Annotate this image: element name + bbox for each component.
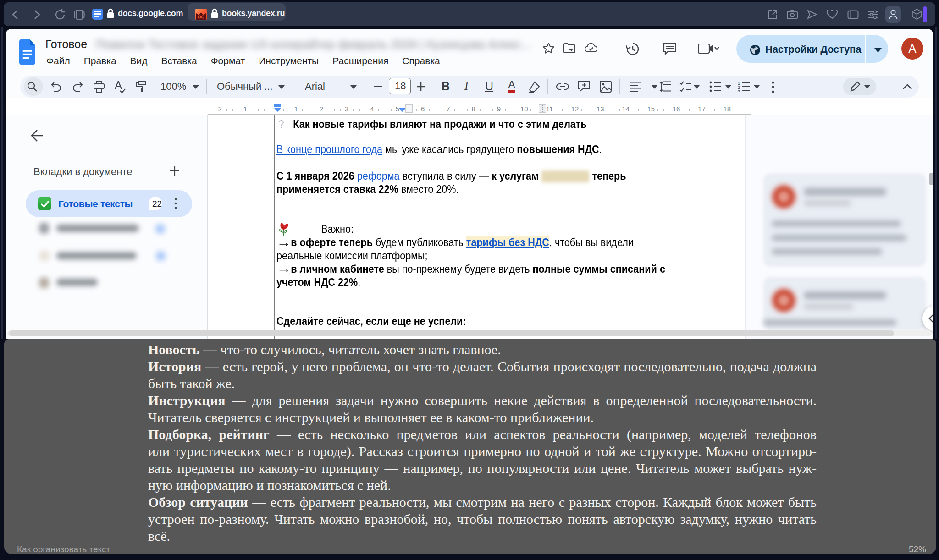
svg-text:3: 3	[738, 89, 740, 92]
